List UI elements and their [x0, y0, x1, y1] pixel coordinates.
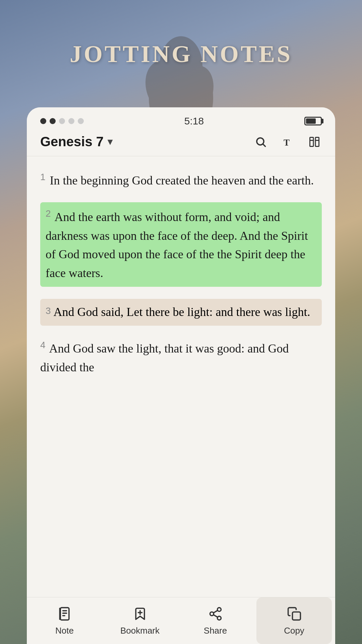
- svg-rect-22: [59, 608, 60, 620]
- note-icon: [56, 605, 73, 622]
- chapter-selector[interactable]: Genesis 7 ▾: [40, 134, 112, 149]
- svg-line-12: [263, 144, 265, 146]
- note-button[interactable]: Note: [27, 597, 102, 644]
- status-bar: 5:18: [27, 107, 335, 129]
- share-icon: [207, 605, 224, 622]
- bible-text-area[interactable]: 1 In the beginning God created the heave…: [27, 156, 335, 597]
- note-label: Note: [55, 626, 74, 636]
- dot-2: [50, 118, 56, 124]
- verse-text-1: In the beginning God created the heaven …: [50, 174, 314, 187]
- svg-rect-15: [315, 137, 319, 146]
- dot-4: [68, 118, 74, 124]
- svg-rect-30: [292, 612, 300, 620]
- copy-button[interactable]: Copy: [256, 597, 332, 644]
- battery-indicator: [304, 117, 322, 125]
- text-format-button[interactable]: T: [280, 135, 295, 149]
- verse-number-2: 2: [46, 208, 51, 219]
- compare-button[interactable]: [307, 135, 322, 149]
- app-title: JOTTING NOTES: [0, 40, 362, 68]
- verse-4: 4 And God saw the light, that it was goo…: [40, 338, 322, 377]
- svg-line-29: [213, 610, 218, 613]
- dot-3: [59, 118, 65, 124]
- signal-dots: [40, 118, 84, 124]
- chevron-down-icon: ▾: [108, 136, 112, 147]
- verse-number-3: 3: [46, 306, 51, 316]
- bottom-toolbar: Note Bookmark: [27, 597, 335, 644]
- bookmark-icon: [132, 605, 148, 622]
- verse-3-bg: 3 And God said, Let there be light: and …: [40, 299, 322, 326]
- search-button[interactable]: [253, 135, 268, 149]
- verse-number-1: 1: [40, 172, 46, 182]
- chapter-name: Genesis 7: [40, 134, 104, 149]
- svg-text:T: T: [284, 137, 290, 147]
- svg-rect-14: [310, 137, 314, 146]
- status-time: 5:18: [184, 115, 204, 127]
- verse-text-4: And God saw the light, that it was good:…: [40, 342, 289, 374]
- verse-1: 1 In the beginning God created the heave…: [40, 170, 322, 190]
- share-button[interactable]: Share: [178, 597, 253, 644]
- verse-text-3: And God said, Let there be light: and th…: [54, 305, 310, 319]
- header-actions: T: [253, 135, 322, 149]
- copy-icon: [286, 605, 303, 622]
- bookmark-button[interactable]: Bookmark: [102, 597, 178, 644]
- verse-2-content: 2 And the earth was without form, and vo…: [46, 210, 308, 280]
- dot-5: [78, 118, 84, 124]
- bible-card: 5:18 Genesis 7 ▾ T: [27, 107, 335, 644]
- verse-2-highlighted: 2 And the earth was without form, and vo…: [40, 202, 322, 287]
- verse-number-4: 4: [40, 340, 46, 350]
- dot-1: [40, 118, 46, 124]
- copy-label: Copy: [284, 626, 304, 636]
- battery-fill: [306, 118, 316, 124]
- chapter-header: Genesis 7 ▾ T: [27, 129, 335, 156]
- bookmark-label: Bookmark: [120, 626, 160, 636]
- svg-line-28: [213, 615, 218, 617]
- verse-text-2: And the earth was without form, and void…: [46, 210, 308, 280]
- share-label: Share: [204, 626, 227, 636]
